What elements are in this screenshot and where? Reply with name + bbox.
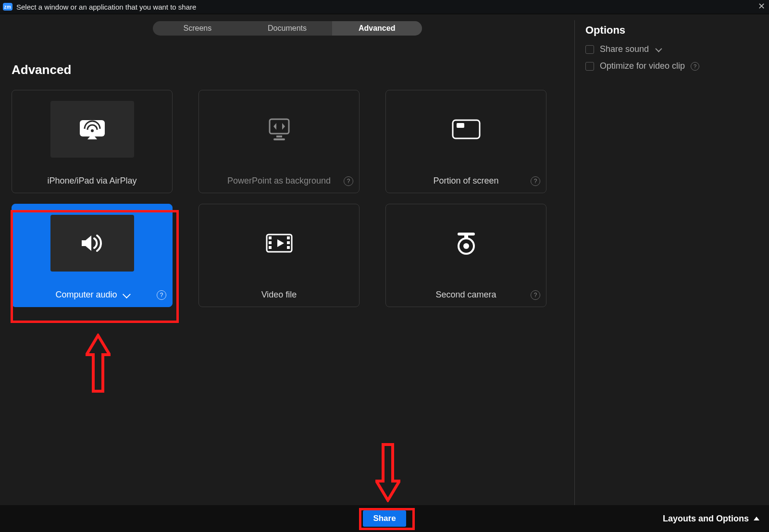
footer-bar: Share Layouts and Options: [0, 505, 769, 532]
tab-advanced[interactable]: Advanced: [332, 21, 422, 36]
chevron-down-icon[interactable]: [655, 45, 662, 52]
left-pane: Screens Documents Advanced Advanced: [0, 14, 574, 505]
svg-rect-7: [453, 120, 480, 138]
share-mode-tabs: Screens Documents Advanced: [153, 21, 422, 36]
card-airplay[interactable]: iPhone/iPad via AirPlay: [12, 90, 173, 193]
chevron-down-icon[interactable]: [122, 290, 130, 298]
zoom-logo-icon: zm: [3, 3, 12, 11]
card-airplay-label: iPhone/iPad via AirPlay: [47, 176, 136, 186]
option-share-sound-label: Share sound: [600, 44, 649, 54]
camera-icon: [424, 215, 508, 272]
options-panel: Options Share sound Optimize for video c…: [575, 14, 769, 505]
card-ppt-background[interactable]: PowerPoint as background ?: [198, 90, 360, 193]
card-portion-label: Portion of screen: [433, 176, 498, 186]
card-ppt-background-label: PowerPoint as background: [227, 176, 331, 186]
help-icon[interactable]: ?: [691, 62, 699, 71]
airplay-icon: [50, 101, 134, 158]
svg-rect-17: [458, 233, 475, 235]
svg-rect-10: [269, 236, 272, 239]
card-video-file-label: Video file: [261, 290, 297, 300]
layouts-label: Layouts and Options: [663, 514, 749, 524]
help-icon[interactable]: ?: [344, 176, 353, 186]
svg-marker-5: [273, 123, 276, 130]
svg-rect-12: [269, 246, 272, 249]
card-second-camera-label: Second camera: [435, 290, 496, 300]
card-computer-audio[interactable]: Computer audio ?: [12, 204, 173, 307]
close-icon[interactable]: ✕: [758, 1, 765, 12]
svg-rect-13: [287, 236, 290, 239]
svg-rect-2: [270, 119, 289, 134]
option-optimize-label: Optimize for video clip: [600, 61, 685, 71]
annotation-arrow-up-icon: [86, 334, 111, 395]
card-video-file[interactable]: Video file: [198, 204, 360, 307]
window-title: Select a window or an application that y…: [16, 3, 196, 11]
svg-rect-15: [287, 246, 290, 249]
checkbox-icon[interactable]: [585, 62, 594, 71]
card-second-camera[interactable]: Second camera ?: [385, 204, 546, 307]
speaker-icon: [50, 215, 134, 272]
section-title: Advanced: [12, 62, 563, 77]
svg-point-20: [463, 243, 469, 249]
svg-rect-8: [457, 123, 464, 128]
tab-documents[interactable]: Documents: [242, 21, 332, 36]
svg-marker-16: [277, 239, 284, 247]
help-icon[interactable]: ?: [531, 290, 540, 300]
film-icon: [237, 215, 321, 272]
svg-marker-6: [282, 123, 285, 130]
triangle-up-icon: [754, 517, 759, 520]
ppt-background-icon: [237, 101, 321, 158]
svg-rect-3: [276, 136, 282, 137]
checkbox-icon[interactable]: [585, 45, 594, 54]
svg-rect-14: [287, 241, 290, 244]
card-portion-of-screen[interactable]: Portion of screen ?: [385, 90, 546, 193]
titlebar: zm Select a window or an application tha…: [0, 0, 769, 13]
share-option-grid: iPhone/iPad via AirPlay PowerPoint as ba…: [12, 90, 563, 307]
help-icon[interactable]: ?: [157, 290, 166, 300]
content-area: Screens Documents Advanced Advanced: [0, 14, 769, 505]
layouts-and-options-button[interactable]: Layouts and Options: [663, 505, 759, 532]
card-computer-audio-label: Computer audio: [55, 290, 117, 300]
portion-of-screen-icon: [424, 101, 508, 158]
options-heading: Options: [585, 24, 758, 37]
svg-point-1: [91, 129, 94, 132]
share-button[interactable]: Share: [363, 510, 406, 527]
tab-screens[interactable]: Screens: [153, 21, 243, 36]
help-icon[interactable]: ?: [531, 176, 540, 186]
svg-rect-11: [269, 241, 272, 244]
option-optimize-video[interactable]: Optimize for video clip ?: [585, 61, 758, 71]
svg-rect-4: [273, 138, 285, 140]
option-share-sound[interactable]: Share sound: [585, 44, 758, 54]
